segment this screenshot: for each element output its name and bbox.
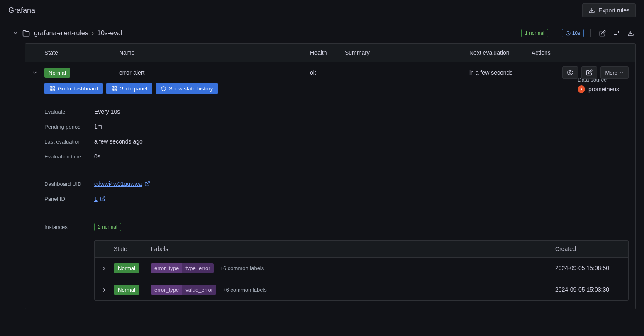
- instance-created: 2024-09-05 15:03:30: [555, 286, 622, 294]
- data-source-label: Data source: [578, 77, 619, 83]
- rule-details: Go to dashboard Go to panel Show state h…: [25, 83, 635, 309]
- header-name: Name: [119, 49, 310, 56]
- go-to-dashboard-button[interactable]: Go to dashboard: [44, 83, 103, 94]
- instance-row: Normal error_type type_error +6 common l…: [95, 257, 628, 279]
- view-button[interactable]: [562, 66, 578, 79]
- breadcrumb-folder[interactable]: grafana-alert-rules: [34, 29, 88, 37]
- export-rules-label: Export rules: [598, 7, 629, 14]
- svg-line-15: [147, 182, 149, 184]
- expand-instance-toggle[interactable]: [101, 287, 114, 293]
- evaluate-value: Every 10s: [94, 108, 120, 115]
- export-rules-button[interactable]: Export rules: [582, 3, 636, 17]
- go-to-panel-button[interactable]: Go to panel: [106, 83, 152, 94]
- download-icon: [588, 7, 595, 14]
- data-source-value: prometheus: [588, 86, 619, 93]
- evaluate-label: Evaluate: [44, 109, 94, 115]
- label-tag: error_type value_error: [151, 285, 216, 295]
- instance-state-badge: Normal: [114, 263, 139, 273]
- header-actions: Actions: [532, 49, 629, 56]
- instances-badge: 2 normal: [94, 223, 121, 231]
- svg-rect-6: [50, 86, 52, 88]
- rules-table: State Name Health Summary Next evaluatio…: [25, 43, 636, 309]
- inst-header-created: Created: [555, 246, 622, 252]
- svg-rect-7: [53, 86, 54, 88]
- show-state-history-button[interactable]: Show state history: [156, 83, 218, 94]
- rule-row: Normal error-alert ok in a few seconds M…: [25, 62, 635, 83]
- external-link-icon: [100, 196, 106, 202]
- header-health: Health: [310, 49, 345, 56]
- eval-time-label: Evaluation time: [44, 153, 94, 160]
- pending-label: Pending period: [44, 124, 94, 130]
- external-link-icon: [144, 181, 150, 187]
- folder-icon: [22, 29, 30, 37]
- inst-header-state: State: [114, 246, 151, 252]
- collapse-toggle[interactable]: [12, 30, 18, 36]
- inst-header-labels: Labels: [151, 246, 555, 252]
- expand-instance-toggle[interactable]: [101, 265, 114, 271]
- svg-line-16: [102, 197, 105, 199]
- instance-row: Normal error_type value_error +6 common …: [95, 279, 628, 300]
- last-eval-value: a few seconds ago: [94, 138, 143, 145]
- dashboard-uid-link[interactable]: cdwwi4w01quwwa: [94, 180, 150, 187]
- common-labels-text[interactable]: +6 common labels: [220, 265, 264, 271]
- normal-count-badge: 1 normal: [521, 29, 548, 37]
- instance-created: 2024-09-05 15:08:50: [555, 264, 622, 273]
- svg-point-14: [581, 88, 582, 90]
- table-header-row: State Name Health Summary Next evaluatio…: [25, 44, 635, 62]
- breadcrumb-separator: ›: [92, 29, 94, 37]
- brand-title: Grafana: [8, 6, 35, 15]
- svg-rect-10: [112, 86, 114, 88]
- panel-id-link[interactable]: 1: [94, 195, 106, 202]
- apps-icon: [49, 86, 55, 92]
- interval-badge: 10s: [562, 29, 584, 37]
- reorder-button[interactable]: [612, 28, 622, 38]
- instances-label: Instances: [44, 224, 94, 230]
- eval-time-value: 0s: [94, 153, 100, 160]
- svg-rect-8: [53, 89, 54, 91]
- common-labels-text[interactable]: +6 common labels: [223, 287, 267, 293]
- header-summary: Summary: [345, 49, 469, 56]
- clock-icon: [566, 31, 571, 36]
- breadcrumb-group[interactable]: 10s-eval: [97, 29, 122, 37]
- pending-value: 1m: [94, 123, 102, 130]
- rule-next-eval: in a few seconds: [469, 69, 532, 76]
- svg-rect-13: [112, 89, 114, 91]
- instances-header-row: State Labels Created: [95, 241, 628, 257]
- dashboard-uid-label: Dashboard UID: [44, 181, 94, 187]
- svg-rect-9: [50, 89, 52, 91]
- history-icon: [161, 86, 166, 92]
- rule-health: ok: [310, 69, 345, 76]
- apps-icon: [111, 86, 117, 92]
- last-eval-label: Last evaluation: [44, 139, 94, 145]
- panel-id-label: Panel ID: [44, 196, 94, 202]
- svg-rect-12: [115, 89, 116, 91]
- header-state: State: [44, 49, 119, 56]
- svg-rect-11: [115, 86, 116, 88]
- instance-state-badge: Normal: [114, 285, 139, 295]
- breadcrumb: grafana-alert-rules › 10s-eval: [34, 29, 122, 37]
- expand-row-toggle[interactable]: [32, 70, 44, 75]
- svg-point-5: [569, 72, 571, 73]
- instances-table: State Labels Created Normal: [94, 240, 629, 301]
- label-tag: error_type type_error: [151, 263, 214, 273]
- rule-name: error-alert: [119, 69, 310, 76]
- state-badge: Normal: [44, 68, 70, 78]
- export-group-button[interactable]: [626, 28, 636, 38]
- edit-button[interactable]: [598, 28, 607, 38]
- prometheus-icon: [578, 85, 585, 93]
- header-next-eval: Next evaluation: [469, 49, 532, 56]
